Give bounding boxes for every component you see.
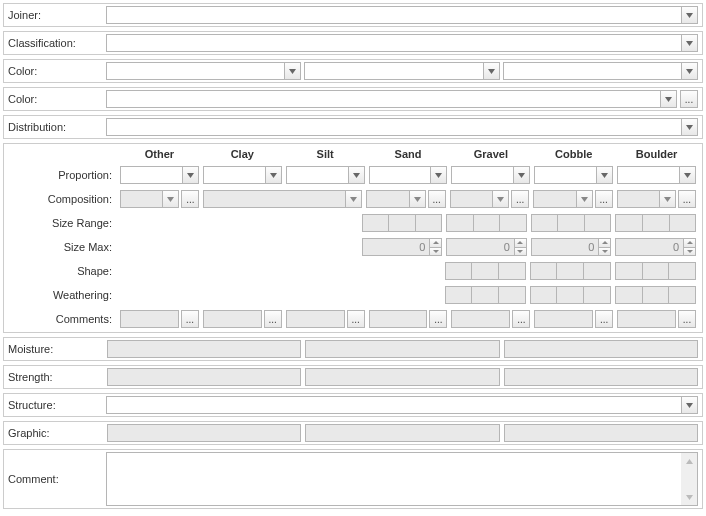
dropdown-button[interactable]	[660, 91, 676, 107]
structure-select[interactable]	[106, 396, 698, 414]
color1-select-c[interactable]	[503, 62, 698, 80]
moisture-2[interactable]	[305, 340, 499, 358]
composition-boulder[interactable]	[617, 190, 676, 208]
shape-boulder[interactable]	[615, 262, 696, 280]
composition-gravel[interactable]	[450, 190, 509, 208]
dropdown-button[interactable]	[162, 191, 178, 207]
sizerange-gravel[interactable]	[446, 214, 527, 232]
dropdown-button[interactable]	[679, 167, 695, 183]
weathering-cobble[interactable]	[530, 286, 611, 304]
scroll-up-icon[interactable]	[681, 453, 697, 469]
dropdown-button[interactable]	[182, 167, 198, 183]
sizerange-sand[interactable]	[362, 214, 443, 232]
dropdown-button[interactable]	[265, 167, 281, 183]
spin-down-icon[interactable]	[684, 248, 695, 256]
spin-down-icon[interactable]	[430, 248, 441, 256]
row-label-sizemax: Size Max:	[8, 241, 118, 253]
dropdown-button[interactable]	[284, 63, 300, 79]
dropdown-button[interactable]	[681, 35, 697, 51]
composition-sand-browse[interactable]: ...	[428, 190, 446, 208]
comments-clay-browse[interactable]: ...	[264, 310, 282, 328]
proportion-clay[interactable]	[203, 166, 282, 184]
comments-cobble-browse[interactable]: ...	[595, 310, 613, 328]
shape-cobble[interactable]	[530, 262, 611, 280]
comments-boulder[interactable]	[617, 310, 676, 328]
dropdown-button[interactable]	[596, 167, 612, 183]
classification-select[interactable]	[106, 34, 698, 52]
color1-select-a[interactable]	[106, 62, 301, 80]
sizemax-gravel-value: 0	[447, 239, 514, 255]
weathering-gravel[interactable]	[445, 286, 526, 304]
moisture-1[interactable]	[107, 340, 301, 358]
dropdown-button[interactable]	[681, 63, 697, 79]
comments-clay[interactable]	[203, 310, 262, 328]
sizemax-sand[interactable]: 0	[362, 238, 443, 256]
comments-gravel-browse[interactable]: ...	[512, 310, 530, 328]
dropdown-button[interactable]	[513, 167, 529, 183]
comments-boulder-browse[interactable]: ...	[678, 310, 696, 328]
spin-down-icon[interactable]	[515, 248, 526, 256]
strength-1[interactable]	[107, 368, 301, 386]
sizerange-cobble[interactable]	[531, 214, 612, 232]
col-clay: Clay	[201, 148, 284, 160]
sizemax-boulder[interactable]: 0	[615, 238, 696, 256]
comments-cobble[interactable]	[534, 310, 593, 328]
color2-select[interactable]	[106, 90, 677, 108]
composition-claysilt[interactable]	[203, 190, 362, 208]
moisture-3[interactable]	[504, 340, 698, 358]
spin-down-icon[interactable]	[599, 248, 610, 256]
dropdown-button[interactable]	[659, 191, 675, 207]
graphic-2[interactable]	[305, 424, 499, 442]
strength-3[interactable]	[504, 368, 698, 386]
graphic-3[interactable]	[504, 424, 698, 442]
spin-up-icon[interactable]	[515, 239, 526, 248]
proportion-other[interactable]	[120, 166, 199, 184]
composition-other[interactable]	[120, 190, 179, 208]
dropdown-button[interactable]	[345, 191, 361, 207]
spin-up-icon[interactable]	[599, 239, 610, 248]
comments-sand-browse[interactable]: ...	[429, 310, 447, 328]
proportion-silt[interactable]	[286, 166, 365, 184]
spin-up-icon[interactable]	[430, 239, 441, 248]
composition-cobble[interactable]	[533, 190, 592, 208]
spin-up-icon[interactable]	[684, 239, 695, 248]
composition-cobble-browse[interactable]: ...	[595, 190, 613, 208]
shape-gravel[interactable]	[445, 262, 526, 280]
dropdown-button[interactable]	[576, 191, 592, 207]
comments-silt-browse[interactable]: ...	[347, 310, 365, 328]
dropdown-button[interactable]	[681, 397, 697, 413]
proportion-cobble[interactable]	[534, 166, 613, 184]
dropdown-button[interactable]	[430, 167, 446, 183]
composition-sand[interactable]	[366, 190, 425, 208]
composition-boulder-browse[interactable]: ...	[678, 190, 696, 208]
dropdown-button[interactable]	[492, 191, 508, 207]
scrollbar[interactable]	[681, 453, 697, 505]
sizemax-cobble[interactable]: 0	[531, 238, 612, 256]
dropdown-button[interactable]	[409, 191, 425, 207]
dropdown-button[interactable]	[348, 167, 364, 183]
graphic-1[interactable]	[107, 424, 301, 442]
dropdown-button[interactable]	[483, 63, 499, 79]
joiner-select[interactable]	[106, 6, 698, 24]
scroll-down-icon[interactable]	[681, 489, 697, 505]
comments-other[interactable]	[120, 310, 179, 328]
dropdown-button[interactable]	[681, 7, 697, 23]
color2-browse-button[interactable]: ...	[680, 90, 698, 108]
proportion-sand[interactable]	[369, 166, 448, 184]
comments-sand[interactable]	[369, 310, 428, 328]
comments-other-browse[interactable]: ...	[181, 310, 199, 328]
composition-gravel-browse[interactable]: ...	[511, 190, 529, 208]
dropdown-button[interactable]	[681, 119, 697, 135]
distribution-select[interactable]	[106, 118, 698, 136]
color1-select-b[interactable]	[304, 62, 499, 80]
sizemax-gravel[interactable]: 0	[446, 238, 527, 256]
comments-gravel[interactable]	[451, 310, 510, 328]
proportion-gravel[interactable]	[451, 166, 530, 184]
comment-textarea[interactable]	[106, 452, 698, 506]
composition-other-browse[interactable]: ...	[181, 190, 199, 208]
proportion-boulder[interactable]	[617, 166, 696, 184]
strength-2[interactable]	[305, 368, 499, 386]
comments-silt[interactable]	[286, 310, 345, 328]
sizerange-boulder[interactable]	[615, 214, 696, 232]
weathering-boulder[interactable]	[615, 286, 696, 304]
